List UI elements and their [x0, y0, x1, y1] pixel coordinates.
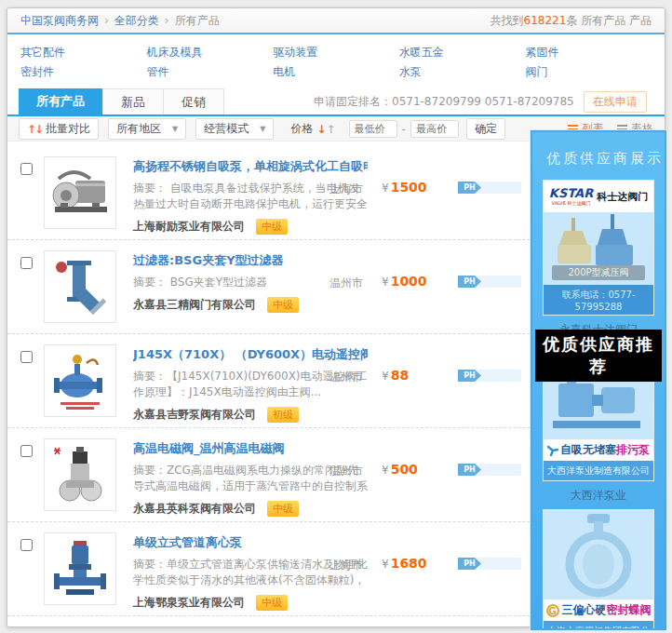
- product-city: 温州市: [329, 464, 363, 479]
- supplier-company-name: 上海上高阀门集团有限公司: [544, 621, 653, 630]
- ph-tag: PH: [458, 276, 481, 288]
- company-link[interactable]: 上海鄂泉泵业有限公司: [133, 595, 245, 611]
- category-link-motors[interactable]: 电机: [273, 64, 399, 80]
- category-link-seals[interactable]: 密封件: [20, 64, 147, 80]
- g-logo-icon: G: [546, 604, 559, 617]
- business-mode-dropdown[interactable]: 经营模式 ▼: [195, 118, 274, 140]
- premium-suppliers-sidebar: 优质供应商展示 KSTAR VALVE 科士达阀门 科士达阀门 200P型减压阀…: [531, 130, 666, 630]
- min-price-input[interactable]: [349, 120, 397, 138]
- category-link-other-parts[interactable]: 其它配件: [20, 45, 147, 61]
- product-title-link[interactable]: 高扬程不锈钢自吸泵，单相旋涡式化工自吸电泵: [133, 158, 368, 175]
- ph-indicator: PH: [458, 464, 521, 476]
- chevron-down-icon: ▼: [172, 125, 178, 133]
- product-thumbnail[interactable]: [44, 344, 116, 417]
- tab-bar: 所有产品 新品 促销 申请固定排名：0571-87209799 0571-872…: [7, 88, 665, 116]
- category-link-fasteners[interactable]: 紧固件: [525, 45, 652, 61]
- butterfly-valve-image: [544, 510, 653, 599]
- ph-indicator: PH: [458, 182, 521, 194]
- batch-compare-button[interactable]: ↑↓ 批量对比: [19, 118, 99, 140]
- supplier-ad-kstar[interactable]: KSTAR VALVE 科士达阀门 科士达阀门 200P型减压阀 联系电话：05…: [543, 180, 654, 316]
- ph-tag: PH: [458, 464, 481, 476]
- product-city: 温州市: [329, 370, 363, 385]
- row-checkbox[interactable]: [20, 163, 33, 175]
- level-badge: 中级: [256, 595, 288, 611]
- valve-product-image: 200P型减压阀: [544, 212, 653, 285]
- sidebar-title: 优质供应商展示: [532, 132, 665, 180]
- result-count-text: 共找到618221条 所有产品 产品: [491, 13, 652, 29]
- supplier-caption-link[interactable]: 大西洋泵业: [532, 481, 665, 509]
- category-link-pipe-fittings[interactable]: 管件: [147, 64, 274, 80]
- tab-all-products[interactable]: 所有产品: [19, 88, 102, 114]
- row-checkbox[interactable]: [20, 351, 33, 363]
- company-link[interactable]: 上海耐励泵业有限公司: [133, 219, 245, 235]
- contact-phone: 联系电话：0577-57995288: [544, 285, 653, 315]
- product-thumbnail[interactable]: [44, 532, 116, 605]
- product-price: ¥1500: [382, 180, 427, 195]
- pump-banner: 自吸无堵塞 排污泵: [544, 439, 653, 461]
- row-checkbox[interactable]: [20, 257, 33, 269]
- tab-new-products[interactable]: 新品: [102, 88, 164, 114]
- compare-arrows-icon: ↑↓: [27, 123, 42, 136]
- category-link-plumbing-hardware[interactable]: 水暖五金: [399, 45, 526, 61]
- product-price: ¥88: [382, 368, 409, 383]
- breadcrumb-separator-icon: ›: [104, 14, 109, 27]
- tab-promotions[interactable]: 促销: [164, 88, 224, 114]
- level-badge: 中级: [256, 219, 288, 235]
- category-link-valves[interactable]: 阀门: [525, 64, 652, 80]
- ph-tag: PH: [458, 370, 481, 382]
- ph-indicator: PH: [458, 558, 521, 570]
- category-link-machine-molds[interactable]: 机床及模具: [147, 45, 274, 61]
- pipeline-pump-image: [47, 536, 113, 601]
- max-price-input[interactable]: [410, 120, 459, 138]
- level-badge: 中级: [267, 297, 299, 313]
- breadcrumb-site-link[interactable]: 中国泵阀商务网: [20, 13, 99, 29]
- online-apply-button[interactable]: 在线申请: [584, 91, 647, 113]
- fixed-ranking-text: 申请固定排名：0571-87209799 0571-87209785: [314, 94, 574, 110]
- product-price: ¥1680: [382, 556, 427, 571]
- ph-indicator: PH: [458, 370, 521, 382]
- level-badge: 中级: [267, 501, 299, 517]
- product-thumbnail[interactable]: [44, 156, 116, 229]
- recommend-stamp: 优质供应商推荐: [535, 330, 662, 382]
- supplier-company-name: 大西洋泵业制造有限公司: [544, 461, 653, 480]
- control-valve-image: [47, 348, 113, 413]
- product-thumbnail[interactable]: [44, 438, 116, 511]
- breadcrumb: 中国泵阀商务网 › 全部分类 › 所有产品 共找到618221条 所有产品 产品: [7, 8, 665, 33]
- product-title-link[interactable]: 过滤器:BSG夹套Y型过滤器: [133, 252, 368, 269]
- valve-banner: G 三偏心硬 密封蝶阀: [544, 599, 653, 621]
- category-nav: 其它配件 机床及模具 驱动装置 水暖五金 紧固件 密封件 管件 电机 水泵 阀门: [7, 34, 665, 88]
- category-link-water-pumps[interactable]: 水泵: [399, 64, 526, 80]
- company-link[interactable]: 永嘉县英科泵阀有限公司: [133, 501, 256, 517]
- pump-image: [47, 160, 113, 225]
- supplier-ad-atlantic-pump[interactable]: 自吸无堵塞 排污泵 大西洋泵业制造有限公司: [543, 371, 654, 481]
- row-checkbox[interactable]: [20, 539, 33, 551]
- kstar-logo: KSTAR VALVE 科士达阀门 科士达阀门: [544, 181, 653, 212]
- breadcrumb-current: 所有产品: [175, 13, 220, 29]
- splash-logo-icon: [547, 445, 558, 456]
- company-link[interactable]: 永嘉县三精阀门有限公司: [133, 297, 256, 313]
- product-title-link[interactable]: 高温电磁阀_温州高温电磁阀: [133, 440, 368, 457]
- price-sort-label: 价格: [290, 121, 313, 137]
- region-dropdown[interactable]: 所有地区 ▼: [108, 118, 186, 140]
- breadcrumb-category-link[interactable]: 全部分类: [114, 13, 159, 29]
- supplier-ad-shanggao-valve[interactable]: G 三偏心硬 密封蝶阀 上海上高阀门集团有限公司: [543, 509, 654, 630]
- company-link[interactable]: 永嘉县吉野泵阀有限公司: [133, 407, 256, 423]
- confirm-button[interactable]: 确定: [466, 118, 505, 140]
- ph-indicator: PH: [458, 276, 521, 288]
- product-city: 上海市: [329, 182, 363, 197]
- y-strainer-image: [47, 254, 113, 319]
- solenoid-valve-image: [47, 442, 113, 507]
- category-link-drive-devices[interactable]: 驱动装置: [273, 45, 399, 61]
- sort-descending-icon[interactable]: ↓: [316, 123, 326, 136]
- product-title-link[interactable]: J145X（710X） （DY600X）电动遥控阀 遥控阀 多: [133, 346, 368, 363]
- breadcrumb-separator-icon: ›: [165, 14, 169, 27]
- product-thumbnail[interactable]: [44, 250, 116, 323]
- sewage-pump-image: [544, 372, 653, 439]
- sort-ascending-icon[interactable]: ↑: [326, 123, 335, 136]
- result-count: 618221: [524, 14, 567, 27]
- level-badge: 初级: [267, 407, 299, 423]
- product-title-link[interactable]: 单级立式管道离心泵: [133, 534, 368, 551]
- valve-model-label: 200P型减压阀: [552, 265, 645, 280]
- product-city: 温州市: [329, 276, 363, 291]
- row-checkbox[interactable]: [20, 445, 33, 457]
